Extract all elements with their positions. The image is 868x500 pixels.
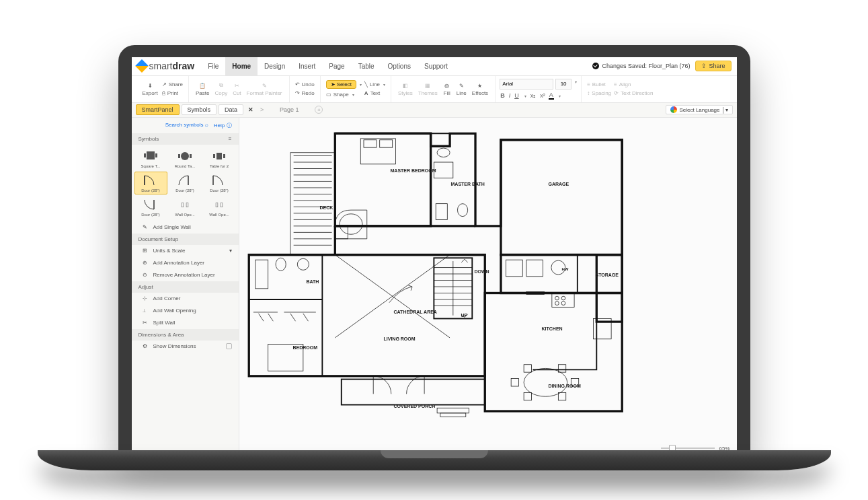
text-tool[interactable]: AText: [363, 90, 387, 97]
svg-rect-40: [379, 139, 392, 147]
cut-button[interactable]: ✂Cut: [230, 81, 243, 96]
size-dropdown[interactable]: [574, 79, 577, 90]
add-corner[interactable]: ⊹Add Corner: [132, 293, 239, 305]
symbol-square-table[interactable]: Square T...: [134, 147, 167, 170]
styles-button[interactable]: ◧Styles: [395, 81, 416, 96]
svg-rect-84: [524, 392, 531, 400]
split-wall[interactable]: ✂Split Wall: [132, 317, 239, 329]
svg-rect-39: [364, 139, 377, 147]
label-hw: HW: [562, 267, 569, 271]
save-status-text: Changes Saved: Floor_Plan (76): [602, 63, 690, 69]
shape-tool[interactable]: ▭Shape: [325, 91, 363, 98]
redo-button[interactable]: ↷Redo: [294, 90, 316, 97]
underline-button[interactable]: U: [514, 92, 520, 99]
bold-button[interactable]: B: [500, 92, 506, 99]
symbol-door-28-c[interactable]: Door (28"): [203, 172, 236, 194]
symbol-door-28-b[interactable]: Door (28"): [169, 172, 202, 194]
share-icon: ↗: [162, 81, 167, 87]
font-size-input[interactable]: [555, 79, 571, 90]
ruler-icon: ⊞: [143, 248, 149, 254]
line-icon: ╲: [364, 81, 368, 87]
export-button[interactable]: ⬇ Export: [140, 81, 161, 96]
menu-options[interactable]: Options: [381, 57, 418, 75]
line-tool[interactable]: ╲Line: [363, 81, 387, 88]
copy-icon: ⧉: [217, 81, 225, 90]
menu-support[interactable]: Support: [418, 57, 455, 75]
line-style-button[interactable]: ✎Line: [454, 81, 469, 96]
help-link[interactable]: Help ⓘ: [214, 122, 232, 129]
font-color-button[interactable]: A: [549, 92, 554, 100]
font-select[interactable]: [500, 79, 553, 90]
symbol-wall-opening-b[interactable]: ▯ ▯Wall Ope...: [203, 196, 236, 219]
menu-insert[interactable]: Insert: [292, 57, 322, 75]
subscript-button[interactable]: x₂: [530, 92, 537, 99]
search-icon: ⌕: [205, 122, 208, 128]
svg-rect-5: [190, 154, 192, 158]
themes-button[interactable]: ▦Themes: [416, 81, 440, 96]
units-scale[interactable]: ⊞Units & Scale▾: [132, 245, 239, 257]
svg-rect-88: [341, 379, 484, 404]
superscript-button[interactable]: x²: [539, 92, 546, 99]
smartpanel-sidebar: Search symbols ⌕ Help ⓘ Symbols ≡ Square…: [132, 118, 239, 456]
add-wall-opening[interactable]: ⟂Add Wall Opening: [132, 305, 239, 317]
add-annotation-layer[interactable]: ⊕Add Annotation Layer: [132, 257, 239, 269]
symbol-door-28-d[interactable]: Door (28"): [134, 196, 167, 219]
svg-point-41: [437, 148, 450, 157]
format-painter-button[interactable]: ✎Format Painter: [244, 81, 285, 96]
underline-dropdown[interactable]: [522, 92, 527, 99]
effects-button[interactable]: ★Effects: [469, 81, 491, 96]
italic-button[interactable]: I: [508, 92, 512, 99]
tab-data[interactable]: Data: [219, 104, 243, 115]
chevron-down-icon: │▾: [722, 107, 728, 113]
paste-button[interactable]: 📋Paste: [193, 81, 212, 96]
symbol-table-for-2[interactable]: Table for 2: [203, 147, 236, 170]
copy-button[interactable]: ⧉Copy: [212, 81, 230, 96]
select-tool[interactable]: ➤Select: [325, 79, 363, 90]
label-master-bedroom: MASTER BEDROOM: [391, 168, 436, 173]
bullet-icon: ≡: [587, 81, 590, 87]
language-select[interactable]: Select Language │▾: [666, 105, 732, 114]
remove-annotation-layer[interactable]: ⊖Remove Annotation Layer: [132, 269, 239, 281]
menu-file[interactable]: File: [201, 57, 225, 75]
undo-button[interactable]: ↶Undo: [294, 81, 316, 88]
symbol-wall-opening-a[interactable]: ▯ ▯Wall Ope...: [169, 196, 202, 219]
checkbox[interactable]: [226, 343, 232, 349]
add-page-button[interactable]: +: [315, 106, 323, 114]
label-kitchen: KITCHEN: [542, 326, 563, 331]
share-ribbon-button[interactable]: ↗Share: [161, 81, 184, 88]
drawing-canvas[interactable]: DECK MASTER BEDROOM MASTER BATH GARAGE B…: [239, 118, 737, 456]
rotate-icon: ⟳: [614, 90, 619, 96]
show-dimensions[interactable]: ⚙Show Dimensions: [132, 341, 239, 353]
text-direction-button[interactable]: ⟳Text Direction: [613, 90, 654, 97]
fill-button[interactable]: ◍Fill: [440, 81, 454, 96]
menu-design[interactable]: Design: [258, 57, 292, 75]
svg-rect-46: [249, 254, 485, 376]
menu-icon[interactable]: ≡: [229, 136, 232, 142]
logo-text-1: smart: [149, 61, 173, 71]
label-dining: DINING ROOM: [549, 384, 581, 388]
print-button[interactable]: ⎙Print: [161, 90, 184, 97]
tab-smartpanel[interactable]: SmartPanel: [136, 104, 180, 115]
panel-close-button[interactable]: ✕: [248, 106, 253, 113]
symbol-round-table[interactable]: Round Ta...: [169, 147, 202, 170]
zoom-slider[interactable]: [661, 448, 715, 449]
menu-bar: smartdraw File Home Design Insert Page T…: [132, 57, 737, 76]
menu-home[interactable]: Home: [225, 57, 258, 75]
label-down: DOWN: [475, 269, 489, 274]
page-prev[interactable]: >: [260, 106, 264, 113]
split-icon: ✂: [143, 320, 149, 326]
page-tab[interactable]: Page 1: [269, 106, 309, 113]
select-dropdown[interactable]: [358, 81, 362, 87]
search-symbols-link[interactable]: Search symbols ⌕: [165, 122, 208, 129]
menu-table[interactable]: Table: [352, 57, 381, 75]
menu-page[interactable]: Page: [322, 57, 351, 75]
symbol-door-28-selected[interactable]: Door (28"): [134, 172, 167, 194]
bullet-button[interactable]: ≡Bullet: [586, 81, 613, 88]
svg-rect-2: [155, 153, 157, 157]
svg-point-75: [555, 296, 559, 300]
spacing-button[interactable]: ↕Spacing: [586, 90, 613, 97]
share-button[interactable]: ⇪ Share: [695, 61, 731, 71]
align-button[interactable]: ≡Align: [613, 81, 654, 88]
tab-symbols[interactable]: Symbols: [182, 104, 217, 115]
add-single-wall[interactable]: ✎Add Single Wall: [132, 221, 239, 234]
